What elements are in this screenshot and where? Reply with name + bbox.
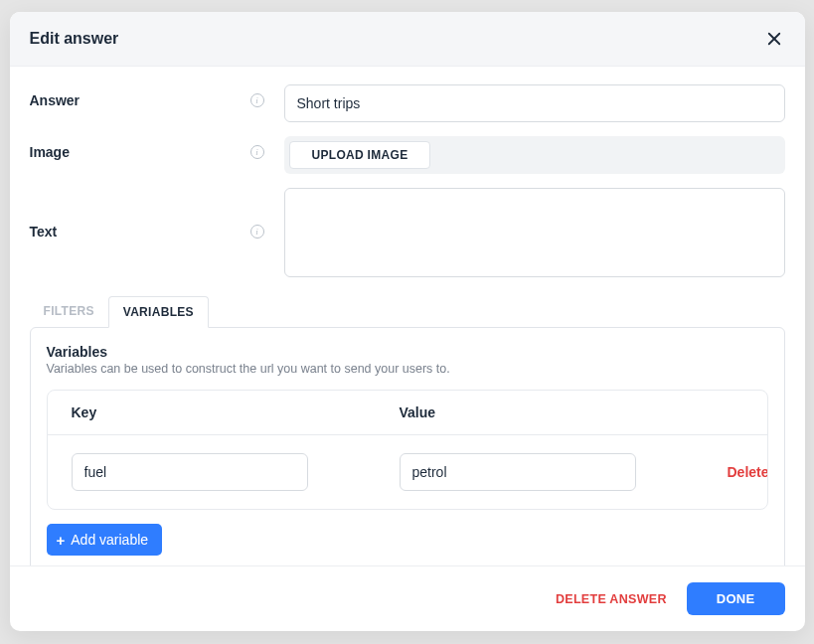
tab-filters[interactable]: FILTERS [30,296,108,328]
label-text: Text [30,224,58,240]
variables-table: Key Value Delete [47,390,768,510]
info-icon[interactable]: i [250,93,264,107]
image-upload-bar: UPLOAD IMAGE [284,136,785,174]
variables-panel: Variables Variables can be used to const… [30,327,785,565]
field-label-text: Text i [30,188,284,240]
info-icon[interactable]: i [250,145,264,159]
field-label-image: Image i [30,136,284,160]
modal-title: Edit answer [30,30,119,48]
answer-input[interactable] [284,84,785,122]
table-row: Delete [48,435,767,509]
variables-subtext: Variables can be used to construct the u… [47,362,768,376]
delete-answer-button[interactable]: DELETE ANSWER [556,592,667,606]
variables-table-head: Key Value [48,391,767,435]
field-image: Image i UPLOAD IMAGE [30,136,785,174]
modal-backdrop: Edit answer Answer i Image [0,0,814,644]
add-variable-label: Add variable [71,532,148,548]
edit-answer-modal: Edit answer Answer i Image [10,12,805,631]
upload-image-button[interactable]: UPLOAD IMAGE [289,141,431,169]
tabs: FILTERS VARIABLES [30,295,785,327]
variables-heading: Variables [47,344,768,360]
close-button[interactable] [763,28,785,50]
text-input[interactable] [284,188,785,277]
variable-value-input[interactable] [400,453,636,491]
close-icon [765,30,783,48]
column-header-value: Value [400,404,728,420]
done-button[interactable]: DONE [687,582,785,615]
variable-key-input[interactable] [72,453,308,491]
label-image: Image [30,144,70,160]
info-icon[interactable]: i [250,225,264,239]
tab-variables[interactable]: VARIABLES [108,296,209,328]
field-label-answer: Answer i [30,84,284,108]
delete-variable-button[interactable]: Delete [728,464,768,480]
modal-footer: DELETE ANSWER DONE [10,565,805,631]
column-header-key: Key [72,404,400,420]
add-variable-button[interactable]: + Add variable [47,524,163,556]
plus-icon: + [57,533,66,548]
label-answer: Answer [30,92,81,108]
field-answer: Answer i [30,84,785,122]
modal-body: Answer i Image i UPLOAD IMAGE [10,67,805,565]
field-text: Text i [30,188,785,281]
modal-header: Edit answer [10,12,805,67]
